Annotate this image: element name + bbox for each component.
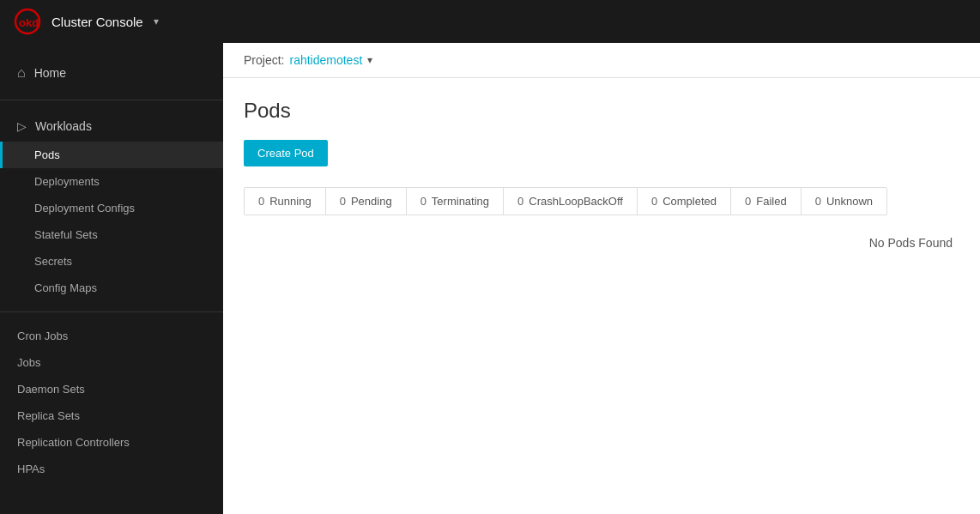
sidebar-item-jobs-label: Jobs — [17, 356, 40, 369]
sidebar-item-replication-controllers-label: Replication Controllers — [17, 436, 130, 449]
content-area: Project: rahtidemotest ▾ Pods Create Pod… — [223, 43, 980, 514]
status-item-failed[interactable]: 0 Failed — [731, 188, 802, 215]
topbar-chevron-icon[interactable]: ▾ — [154, 15, 159, 27]
project-bar: Project: rahtidemotest ▾ — [223, 43, 980, 78]
project-label: Project: — [244, 53, 284, 67]
sidebar-item-daemon-sets-label: Daemon Sets — [17, 383, 85, 396]
page-content: Pods Create Pod 0 Running 0 Pending 0 Te… — [223, 78, 980, 514]
sidebar-workloads-header: ▷ Workloads — [0, 111, 223, 142]
status-label-unknown: Unknown — [826, 195, 873, 208]
topbar: okd Cluster Console ▾ — [0, 0, 980, 43]
status-count-running: 0 — [258, 195, 264, 208]
main-layout: ⌂ Home ▷ Workloads Pods Deployments Depl… — [0, 43, 980, 514]
sidebar-item-jobs[interactable]: Jobs — [0, 349, 223, 376]
sidebar-item-pods-label: Pods — [34, 148, 60, 161]
create-pod-button[interactable]: Create Pod — [244, 140, 328, 166]
status-item-terminating[interactable]: 0 Terminating — [407, 188, 504, 215]
status-item-crashloopbackoff[interactable]: 0 CrashLoopBackOff — [504, 188, 638, 215]
sidebar-item-deployments[interactable]: Deployments — [0, 168, 223, 195]
okd-logo: okd — [14, 8, 41, 35]
sidebar-item-cron-jobs[interactable]: Cron Jobs — [0, 323, 223, 349]
status-count-completed: 0 — [651, 195, 657, 208]
home-icon: ⌂ — [17, 65, 26, 81]
page-title: Pods — [244, 99, 959, 123]
sidebar-item-replica-sets[interactable]: Replica Sets — [0, 402, 223, 429]
topbar-title: Cluster Console — [51, 15, 143, 29]
sidebar-item-secrets-label: Secrets — [34, 255, 72, 268]
sidebar-item-deployments-label: Deployments — [34, 175, 100, 188]
sidebar-item-config-maps[interactable]: Config Maps — [0, 275, 223, 301]
sidebar-workloads-label: Workloads — [35, 119, 92, 133]
project-chevron-icon[interactable]: ▾ — [367, 54, 372, 66]
sidebar-divider-2 — [0, 311, 223, 312]
sidebar-item-deployment-configs-label: Deployment Configs — [34, 202, 135, 215]
status-item-completed[interactable]: 0 Completed — [638, 188, 731, 215]
sidebar-item-replication-controllers[interactable]: Replication Controllers — [0, 429, 223, 456]
sidebar-item-pods[interactable]: Pods — [0, 142, 223, 168]
status-label-terminating: Terminating — [432, 195, 489, 208]
sidebar-home-label: Home — [34, 66, 66, 80]
status-item-running[interactable]: 0 Running — [245, 188, 326, 215]
status-label-failed: Failed — [756, 195, 786, 208]
status-count-unknown: 0 — [815, 195, 821, 208]
status-item-pending[interactable]: 0 Pending — [326, 188, 407, 215]
sidebar-item-cron-jobs-label: Cron Jobs — [17, 330, 68, 342]
sidebar-item-replica-sets-label: Replica Sets — [17, 409, 80, 422]
sidebar-item-secrets[interactable]: Secrets — [0, 248, 223, 275]
sidebar-divider-1 — [0, 100, 223, 100]
svg-text:okd: okd — [19, 16, 39, 29]
status-label-pending: Pending — [351, 195, 392, 208]
status-item-unknown[interactable]: 0 Unknown — [802, 188, 886, 215]
sidebar-item-config-maps-label: Config Maps — [34, 281, 97, 294]
sidebar-item-stateful-sets-label: Stateful Sets — [34, 228, 98, 241]
no-pods-message: No Pods Found — [244, 236, 959, 250]
folder-icon: ▷ — [17, 119, 27, 133]
sidebar-item-hpas-label: HPAs — [17, 463, 45, 475]
sidebar-workload-items: Pods Deployments Deployment Configs Stat… — [0, 142, 223, 301]
project-name: rahtidemotest — [289, 53, 362, 67]
status-label-crashloopbackoff: CrashLoopBackOff — [529, 195, 623, 208]
sidebar-home-section: ⌂ Home — [0, 50, 223, 96]
status-bar: 0 Running 0 Pending 0 Terminating 0 Cras… — [244, 187, 887, 215]
sidebar-secondary-section: Cron Jobs Jobs Daemon Sets Replica Sets … — [0, 316, 223, 489]
status-count-failed: 0 — [745, 195, 751, 208]
sidebar: ⌂ Home ▷ Workloads Pods Deployments Depl… — [0, 43, 223, 514]
sidebar-item-hpas[interactable]: HPAs — [0, 456, 223, 482]
status-label-running: Running — [269, 195, 311, 208]
sidebar-home-item[interactable]: ⌂ Home — [0, 57, 223, 89]
sidebar-item-daemon-sets[interactable]: Daemon Sets — [0, 376, 223, 402]
sidebar-item-stateful-sets[interactable]: Stateful Sets — [0, 221, 223, 248]
sidebar-item-deployment-configs[interactable]: Deployment Configs — [0, 195, 223, 221]
status-label-completed: Completed — [662, 195, 717, 208]
sidebar-workloads-section: ▷ Workloads Pods Deployments Deployment … — [0, 104, 223, 308]
status-count-crashloopbackoff: 0 — [517, 195, 523, 208]
status-count-pending: 0 — [340, 195, 346, 208]
status-count-terminating: 0 — [420, 195, 426, 208]
